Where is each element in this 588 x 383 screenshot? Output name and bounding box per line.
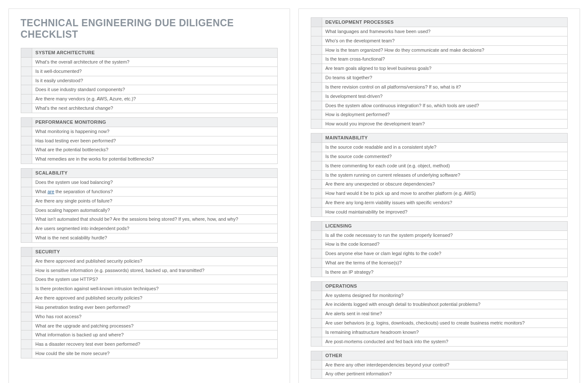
- checkbox-cell[interactable]: [311, 64, 322, 73]
- checkbox-cell[interactable]: [21, 224, 32, 233]
- checklist-item-row: Is remaining infrastructure headroom kno…: [311, 328, 568, 337]
- checkbox-cell[interactable]: [311, 291, 322, 300]
- checkbox-cell[interactable]: [311, 180, 322, 189]
- checkbox-cell[interactable]: [311, 92, 322, 101]
- checkbox-cell[interactable]: [21, 349, 32, 358]
- checklist-item-row: Are users segmented into independent pod…: [21, 224, 278, 233]
- checkbox-cell[interactable]: [21, 340, 32, 349]
- checklist-item-row: How is the team organized? How do they c…: [311, 46, 568, 55]
- checkbox-cell[interactable]: [21, 94, 32, 103]
- checkbox-cell[interactable]: [311, 171, 322, 180]
- checkbox-cell[interactable]: [21, 145, 32, 154]
- section-header-row: OPERATIONS: [311, 281, 568, 291]
- checkbox-cell[interactable]: [311, 101, 322, 110]
- checklist-item-row: Does anyone else have or clam legal righ…: [311, 249, 568, 258]
- checkbox-cell[interactable]: [21, 76, 32, 85]
- checklist-section: SCALABILITYDoes the system use load bala…: [21, 168, 278, 243]
- checklist-item-row: Does the system use HTTPS?: [21, 275, 278, 284]
- checkbox-cell[interactable]: [311, 258, 322, 267]
- checklist-item-text: How is deployment performed?: [322, 110, 567, 119]
- checkbox-cell[interactable]: [311, 27, 322, 36]
- checkbox-cell[interactable]: [311, 133, 322, 142]
- section-header-label: LICENSING: [322, 222, 567, 230]
- checkbox-cell[interactable]: [21, 257, 32, 266]
- checklist-section: DEVELOPMENT PROCESSESWhat languages and …: [311, 17, 568, 129]
- section-header-label: OTHER: [322, 351, 567, 360]
- checkbox-cell[interactable]: [311, 361, 322, 369]
- checkbox-cell[interactable]: [21, 48, 32, 57]
- checkbox-cell[interactable]: [21, 206, 32, 215]
- checkbox-cell[interactable]: [311, 222, 322, 230]
- checkbox-cell[interactable]: [311, 73, 322, 82]
- section-header-label: SYSTEM ARCHITECTURE: [32, 48, 277, 57]
- checkbox-cell[interactable]: [311, 208, 322, 216]
- checkbox-cell[interactable]: [21, 330, 32, 339]
- checkbox-cell[interactable]: [311, 337, 322, 346]
- checklist-item-row: Has load testing ever been performed?: [21, 136, 278, 146]
- checkbox-cell[interactable]: [21, 233, 32, 242]
- checklist-section: SYSTEM ARCHITECTUREWhat's the overall ar…: [21, 48, 278, 113]
- checklist-item-row: Does the system use load balancing?: [21, 178, 278, 187]
- checkbox-cell[interactable]: [21, 155, 32, 164]
- checklist-item-text: Does the system allow continuous integra…: [322, 101, 567, 110]
- checkbox-cell[interactable]: [21, 197, 32, 205]
- checklist-item-text: What remedies are in the works for poten…: [32, 155, 277, 164]
- checkbox-cell[interactable]: [311, 369, 322, 378]
- checkbox-cell[interactable]: [21, 247, 32, 256]
- checkbox-cell[interactable]: [311, 110, 322, 119]
- checklist-item-text: Are there any other interdependencies be…: [322, 361, 567, 369]
- checkbox-cell[interactable]: [311, 143, 322, 152]
- checkbox-cell[interactable]: [311, 119, 322, 128]
- checkbox-cell[interactable]: [21, 322, 32, 330]
- checkbox-cell[interactable]: [311, 268, 322, 277]
- checklist-item-text: What monitoring is happening now?: [32, 127, 277, 136]
- checkbox-cell[interactable]: [21, 127, 32, 136]
- checkbox-cell[interactable]: [311, 319, 322, 327]
- checkbox-cell[interactable]: [311, 198, 322, 207]
- checkbox-cell[interactable]: [21, 303, 32, 312]
- checklist-item-text: Any other pertinent information?: [322, 369, 567, 378]
- checklist-item-text: What are the terms of the license(s)?: [322, 258, 567, 267]
- checkbox-cell[interactable]: [21, 67, 32, 76]
- checkbox-cell[interactable]: [311, 36, 322, 45]
- checkbox-cell[interactable]: [311, 249, 322, 258]
- checklist-item-row: What are the separation of functions?: [21, 187, 278, 197]
- checkbox-cell[interactable]: [311, 309, 322, 318]
- checkbox-cell[interactable]: [21, 169, 32, 178]
- checkbox-cell[interactable]: [21, 178, 32, 187]
- checkbox-cell[interactable]: [311, 300, 322, 309]
- checkbox-cell[interactable]: [21, 58, 32, 67]
- section-header-label: SCALABILITY: [32, 169, 277, 178]
- checkbox-cell[interactable]: [311, 282, 322, 291]
- checkbox-cell[interactable]: [311, 152, 322, 161]
- checkbox-cell[interactable]: [21, 85, 32, 94]
- checklist-item-row: What languages and frameworks have been …: [311, 27, 568, 36]
- checkbox-cell[interactable]: [311, 351, 322, 360]
- checklist-section: OTHERAre there any other interdependenci…: [311, 351, 568, 379]
- checkbox-cell[interactable]: [311, 240, 322, 249]
- checklist-item-row: What's the next architectural change?: [21, 104, 278, 113]
- checkbox-cell[interactable]: [311, 55, 322, 64]
- checkbox-cell[interactable]: [21, 104, 32, 113]
- checkbox-cell[interactable]: [311, 231, 322, 240]
- checklist-item-row: Are post-mortems conducted and fed back …: [311, 337, 568, 347]
- checkbox-cell[interactable]: [311, 18, 322, 27]
- checkbox-cell[interactable]: [311, 161, 322, 170]
- checklist-section: LICENSINGIs all the code necessary to ru…: [311, 221, 568, 277]
- checkbox-cell[interactable]: [21, 294, 32, 303]
- checkbox-cell[interactable]: [311, 83, 322, 92]
- checklist-item-text: Does the system use load balancing?: [32, 178, 277, 187]
- checkbox-cell[interactable]: [311, 189, 322, 198]
- checkbox-cell[interactable]: [311, 46, 322, 55]
- checkbox-cell[interactable]: [311, 328, 322, 337]
- checklist-section: SECURITYAre there approved and published…: [21, 247, 278, 358]
- checkbox-cell[interactable]: [21, 275, 32, 284]
- checkbox-cell[interactable]: [21, 215, 32, 224]
- checkbox-cell[interactable]: [21, 118, 32, 127]
- checkbox-cell[interactable]: [21, 136, 32, 145]
- checkbox-cell[interactable]: [21, 187, 32, 196]
- checkbox-cell[interactable]: [21, 312, 32, 321]
- checkbox-cell[interactable]: [21, 266, 32, 275]
- checkbox-cell[interactable]: [21, 284, 32, 293]
- underlined-text: are: [47, 189, 54, 194]
